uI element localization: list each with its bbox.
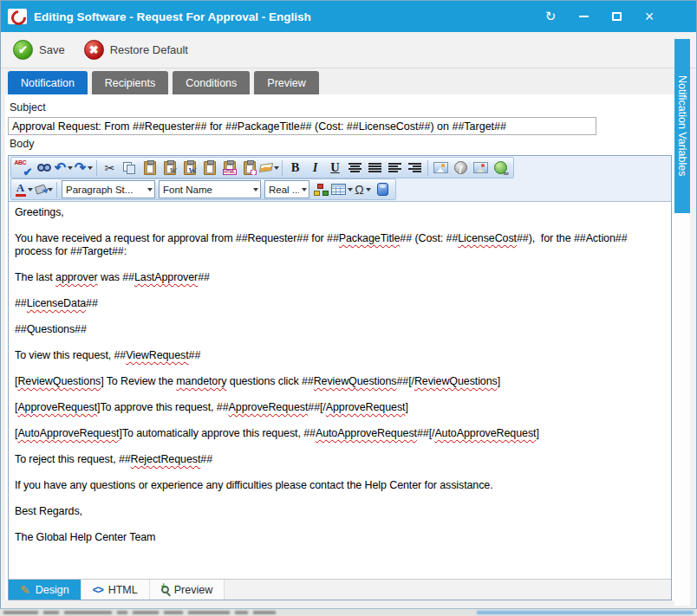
text-segment: To view this request, ## (15, 349, 126, 361)
text-segment: ]To automatically approve this request, … (119, 427, 315, 439)
text-segment: ##[/ (417, 427, 434, 439)
text-segment: To reject this request, ## (15, 453, 131, 465)
body-paragraph: [ReviewQuestions] To Review the mandetor… (15, 375, 665, 388)
save-button[interactable]: ✔ Save (13, 40, 65, 60)
misspelled-word: LicenseData (27, 297, 86, 309)
toolbar-separator (282, 160, 283, 176)
tab-html[interactable]: <>HTML (81, 580, 150, 600)
body-paragraph: Best Regards, (15, 505, 665, 518)
find-icon[interactable] (34, 159, 54, 178)
font-color-glyph: A (16, 182, 26, 197)
misspelled-word: LicenseCost (458, 232, 517, 244)
misspelled-word: PackageTitle (339, 232, 401, 244)
title-bar[interactable]: Editing Software - Request For Approval … (1, 1, 696, 32)
paste-plain-text-icon-glyph (204, 161, 216, 175)
command-bar: ✔ Save ✖ Restore Default (1, 32, 696, 68)
text-segment: ] (498, 375, 500, 387)
blocks-glyph (314, 184, 329, 196)
save-check-icon: ✔ (13, 40, 33, 60)
misspelled-word: ViewRequest (126, 349, 188, 361)
undo-icon[interactable]: ↶ (54, 159, 74, 178)
text-segment: ## (15, 297, 27, 309)
tab-notification[interactable]: Notification (8, 71, 88, 94)
table-glyph (331, 184, 346, 195)
paste-from-word-icon[interactable]: W (160, 159, 179, 178)
misspelled-word: AutoApproveRequest (434, 427, 536, 439)
text-segment: ] (536, 427, 538, 439)
underline-icon[interactable]: U (325, 159, 345, 178)
image-manager-icon[interactable] (431, 159, 451, 178)
hyperlink-icon[interactable] (491, 159, 511, 178)
subject-input[interactable] (8, 117, 596, 135)
body-paragraph: You have received a request for approval… (15, 232, 665, 258)
paste-from-word-nostyles-icon[interactable]: W (179, 159, 199, 178)
module-manager-icon[interactable] (311, 180, 331, 199)
misspelled-word: ApproveRequest (17, 401, 97, 413)
paste-plain-text-icon[interactable] (199, 159, 219, 178)
copy-icon[interactable] (120, 159, 140, 178)
copy-glyph (123, 162, 136, 174)
font-name-dropdown[interactable]: Font Name (159, 180, 261, 198)
image-editor-icon[interactable] (471, 159, 491, 178)
minimize-button[interactable] (573, 6, 594, 27)
text-segment: questions click ## (226, 375, 313, 387)
body-paragraph: The Global Help Center Team (15, 531, 665, 544)
body-paragraph: To view this request, ##ViewRequest## (15, 349, 665, 362)
text-segment: You have received a request for approval… (15, 232, 339, 244)
justify-icon-glyph (368, 163, 381, 173)
insert-symbol-icon[interactable]: Ω (353, 180, 373, 199)
text-segment: ## (189, 349, 201, 361)
flash-manager-icon[interactable]: f (451, 159, 471, 178)
close-button[interactable]: × (639, 6, 660, 27)
paste-html-icon-glyph: HTML (224, 161, 236, 175)
body-paragraph: To reject this request, ##RejectRequest#… (15, 453, 665, 466)
paste-icon-glyph (144, 161, 156, 175)
restore-default-button[interactable]: ✖ Restore Default (84, 40, 188, 60)
tab-design-label: Design (36, 584, 69, 596)
hyperlink-glyph (494, 161, 507, 174)
editor-body[interactable]: Greetings,You have received a request fo… (9, 202, 671, 579)
tab-design[interactable]: ✎Design (9, 580, 81, 600)
tab-conditions[interactable]: Conditions (173, 71, 250, 94)
paragraph-style-dropdown[interactable]: Paragraph St... (62, 180, 155, 198)
bold-icon[interactable]: B (285, 159, 305, 178)
format-stripper-icon[interactable] (259, 159, 279, 178)
cut-icon[interactable]: ✂ (100, 159, 120, 178)
tab-preview-mode[interactable]: Preview (150, 580, 225, 600)
paste-as-html-icon[interactable] (239, 159, 259, 178)
chevron-down-icon (274, 166, 279, 170)
redo-icon[interactable]: ↷ (74, 159, 94, 178)
undo-icon-glyph: ↶ (55, 161, 66, 175)
spellcheck-icon[interactable]: ABC✔ (14, 159, 34, 178)
align-left-icon-glyph (388, 163, 401, 173)
font-color-icon[interactable]: A (14, 180, 34, 199)
notification-variables-tab[interactable]: Notification Variables (674, 39, 690, 213)
maximize-button[interactable] (606, 6, 627, 27)
paste-html-icon[interactable]: HTML (219, 159, 239, 178)
body-paragraph: ##LicenseData## (15, 297, 665, 310)
align-right-icon-glyph (408, 163, 421, 173)
refresh-button[interactable]: ↻ (540, 6, 561, 27)
italic-icon[interactable]: I (305, 159, 325, 178)
image-edit-glyph (473, 162, 488, 173)
justify-icon[interactable] (365, 159, 385, 178)
chevron-down-icon (28, 188, 33, 191)
document-manager-icon[interactable] (373, 180, 393, 199)
text-segment: ##[/ (396, 375, 414, 387)
fill-color-icon[interactable] (34, 180, 54, 199)
font-size-dropdown[interactable]: Real ... (264, 180, 309, 198)
text-segment: ## (Cost: ## (400, 232, 458, 244)
text-segment: ##Questions## (15, 323, 87, 335)
text-segment: ##[/ (308, 401, 325, 413)
tab-preview[interactable]: Preview (254, 71, 318, 94)
fill-color-glyph (34, 184, 46, 194)
redo-icon-glyph: ↷ (75, 161, 86, 175)
align-center-icon[interactable] (345, 159, 365, 178)
paragraph-style-dropdown-value: Paragraph St... (62, 185, 143, 195)
misspelled-word: RejectRequest (131, 453, 201, 465)
align-right-icon[interactable] (405, 159, 425, 178)
align-left-icon[interactable] (385, 159, 405, 178)
paste-icon[interactable] (140, 159, 160, 178)
insert-table-icon[interactable] (331, 180, 353, 199)
tab-recipients[interactable]: Recipients (92, 71, 168, 94)
